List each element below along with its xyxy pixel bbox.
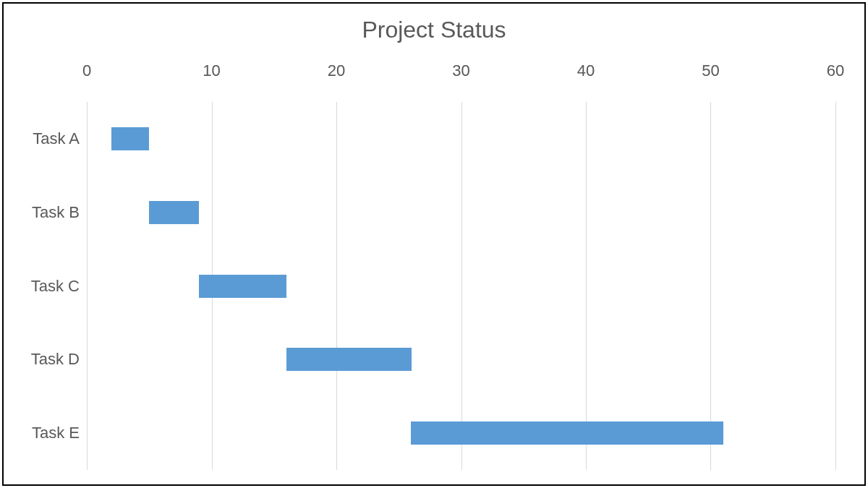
gridline (586, 102, 587, 470)
x-tick-1: 10 (203, 61, 220, 80)
gridline (835, 102, 836, 470)
y-label-1: Task B (32, 203, 80, 222)
gridline (87, 102, 88, 470)
plot-area (87, 102, 835, 470)
y-label-2: Task C (31, 277, 80, 296)
gridline (461, 102, 462, 470)
bar-task-a (111, 127, 149, 150)
y-label-0: Task A (33, 129, 80, 148)
x-tick-0: 0 (82, 61, 91, 80)
y-label-3: Task D (31, 350, 80, 369)
x-tick-2: 20 (328, 61, 345, 80)
bar-task-e (411, 421, 723, 445)
x-tick-4: 40 (577, 61, 595, 80)
x-tick-6: 60 (827, 61, 844, 80)
gridline (336, 102, 337, 470)
x-tick-3: 30 (452, 61, 469, 80)
x-axis: 0 10 20 30 40 50 60 (87, 61, 835, 90)
y-axis-labels: Task A Task B Task C Task D Task E (25, 102, 80, 470)
plot-wrap: 0 10 20 30 40 50 60 Task A Task B Task C… (25, 61, 843, 470)
bar-task-b (149, 201, 199, 224)
x-tick-5: 50 (702, 61, 719, 80)
chart-container: Project Status 0 10 20 30 40 50 60 Task … (2, 2, 866, 486)
bar-task-c (199, 275, 286, 298)
chart-title: Project Status (4, 17, 864, 43)
y-label-4: Task E (32, 424, 80, 442)
bar-task-d (286, 348, 412, 371)
gridline (710, 102, 711, 470)
